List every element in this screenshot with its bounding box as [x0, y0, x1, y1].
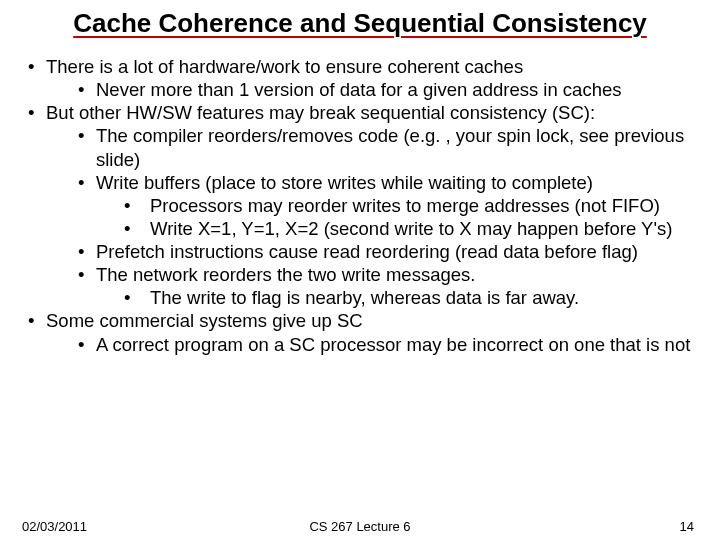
bullet: The network reorders the two write messa… [76, 263, 694, 309]
bullet-text: Write buffers (place to store writes whi… [96, 172, 593, 193]
bullet-text: The network reorders the two write messa… [96, 264, 475, 285]
bullet: There is a lot of hardware/work to ensur… [26, 55, 694, 101]
bullet: The write to flag is nearby, whereas dat… [122, 286, 694, 309]
bullet-text: Processors may reorder writes to merge a… [150, 195, 660, 216]
bullet-text: There is a lot of hardware/work to ensur… [46, 56, 523, 77]
slide: Cache Coherence and Sequential Consisten… [0, 0, 720, 540]
bullet-text: Write X=1, Y=1, X=2 (second write to X m… [150, 218, 672, 239]
bullet: Write buffers (place to store writes whi… [76, 171, 694, 240]
bullet-text: Prefetch instructions cause read reorder… [96, 241, 638, 262]
bullet-text: Some commercial systems give up SC [46, 310, 363, 331]
bullet: Some commercial systems give up SC A cor… [26, 309, 694, 355]
bullet: Never more than 1 version of data for a … [76, 78, 694, 101]
bullet-text: Never more than 1 version of data for a … [96, 79, 621, 100]
bullet-text: The compiler reorders/removes code (e.g.… [96, 125, 684, 169]
bullet: Write X=1, Y=1, X=2 (second write to X m… [122, 217, 694, 240]
bullet: But other HW/SW features may break seque… [26, 101, 694, 309]
slide-body: There is a lot of hardware/work to ensur… [0, 41, 720, 356]
bullet-text: But other HW/SW features may break seque… [46, 102, 595, 123]
bullet: The compiler reorders/removes code (e.g.… [76, 124, 694, 170]
footer-page: 14 [680, 519, 694, 534]
bullet-text: The write to flag is nearby, whereas dat… [150, 287, 579, 308]
footer-middle: CS 267 Lecture 6 [0, 519, 720, 534]
bullet-text: A correct program on a SC processor may … [96, 334, 690, 355]
bullet: A correct program on a SC processor may … [76, 333, 694, 356]
bullet: Prefetch instructions cause read reorder… [76, 240, 694, 263]
bullet: Processors may reorder writes to merge a… [122, 194, 694, 217]
slide-title: Cache Coherence and Sequential Consisten… [0, 0, 720, 41]
